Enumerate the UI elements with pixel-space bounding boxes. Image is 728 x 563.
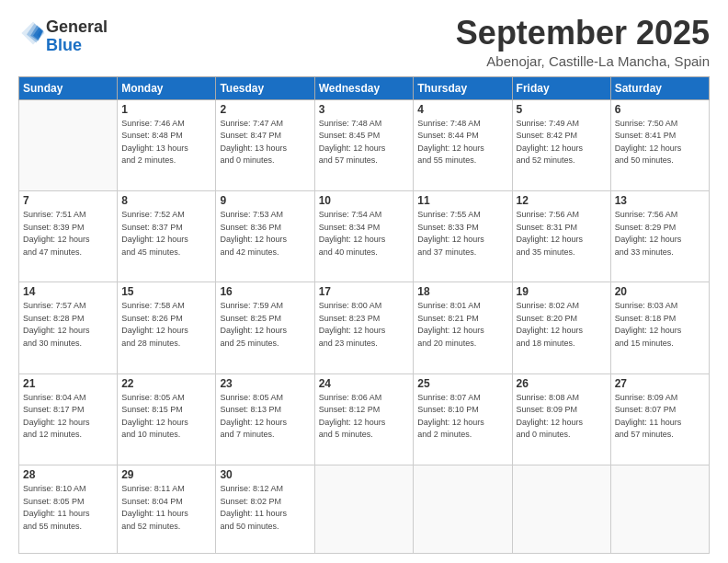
day-number: 15	[121, 285, 211, 298]
weekday-header-tuesday: Tuesday	[216, 76, 314, 99]
calendar-cell: 17Sunrise: 8:00 AM Sunset: 8:23 PM Dayli…	[314, 282, 414, 373]
logo-general: General	[46, 17, 108, 36]
day-number: 24	[319, 377, 410, 390]
day-number: 6	[615, 103, 705, 116]
calendar-cell: 29Sunrise: 8:11 AM Sunset: 8:04 PM Dayli…	[118, 465, 216, 554]
day-number: 26	[517, 377, 607, 390]
week-row-1: 1Sunrise: 7:46 AM Sunset: 8:48 PM Daylig…	[19, 99, 710, 190]
calendar-cell: 19Sunrise: 8:02 AM Sunset: 8:20 PM Dayli…	[512, 282, 610, 373]
calendar-cell: 8Sunrise: 7:52 AM Sunset: 8:37 PM Daylig…	[118, 191, 216, 282]
calendar-cell: 23Sunrise: 8:05 AM Sunset: 8:13 PM Dayli…	[216, 373, 314, 465]
weekday-header-saturday: Saturday	[610, 76, 709, 99]
calendar-cell: 5Sunrise: 7:49 AM Sunset: 8:42 PM Daylig…	[512, 99, 610, 190]
calendar-cell: 25Sunrise: 8:07 AM Sunset: 8:10 PM Dayli…	[414, 373, 512, 465]
calendar-cell	[414, 465, 512, 554]
calendar-cell: 7Sunrise: 7:51 AM Sunset: 8:39 PM Daylig…	[19, 191, 118, 282]
day-info: Sunrise: 7:53 AM Sunset: 8:36 PM Dayligh…	[220, 209, 310, 259]
calendar-cell: 12Sunrise: 7:56 AM Sunset: 8:31 PM Dayli…	[512, 191, 610, 282]
day-number: 17	[319, 285, 410, 298]
day-info: Sunrise: 8:11 AM Sunset: 8:04 PM Dayligh…	[121, 483, 211, 533]
logo-blue: Blue	[46, 36, 82, 54]
day-number: 9	[220, 194, 310, 207]
day-info: Sunrise: 7:54 AM Sunset: 8:34 PM Dayligh…	[319, 209, 410, 259]
weekday-header-sunday: Sunday	[19, 76, 118, 99]
day-info: Sunrise: 7:46 AM Sunset: 8:48 PM Dayligh…	[121, 118, 211, 167]
calendar-cell: 26Sunrise: 8:08 AM Sunset: 8:09 PM Dayli…	[512, 373, 610, 465]
calendar-cell: 22Sunrise: 8:05 AM Sunset: 8:15 PM Dayli…	[118, 373, 216, 465]
day-number: 19	[517, 285, 607, 298]
day-info: Sunrise: 7:57 AM Sunset: 8:28 PM Dayligh…	[23, 300, 113, 350]
day-number: 5	[517, 103, 607, 116]
week-row-3: 14Sunrise: 7:57 AM Sunset: 8:28 PM Dayli…	[19, 282, 710, 373]
day-number: 16	[220, 285, 310, 298]
day-info: Sunrise: 8:12 AM Sunset: 8:02 PM Dayligh…	[220, 483, 310, 533]
week-row-5: 28Sunrise: 8:10 AM Sunset: 8:05 PM Dayli…	[19, 465, 710, 554]
weekday-header-friday: Friday	[512, 76, 610, 99]
day-number: 27	[615, 377, 705, 390]
day-info: Sunrise: 8:04 AM Sunset: 8:17 PM Dayligh…	[23, 392, 113, 442]
day-info: Sunrise: 8:06 AM Sunset: 8:12 PM Dayligh…	[319, 392, 410, 442]
calendar-cell: 9Sunrise: 7:53 AM Sunset: 8:36 PM Daylig…	[216, 191, 314, 282]
day-info: Sunrise: 8:10 AM Sunset: 8:05 PM Dayligh…	[23, 483, 113, 533]
day-number: 21	[23, 377, 113, 390]
day-number: 10	[319, 194, 410, 207]
calendar-cell: 14Sunrise: 7:57 AM Sunset: 8:28 PM Dayli…	[19, 282, 118, 373]
calendar-cell	[19, 99, 118, 190]
day-info: Sunrise: 7:47 AM Sunset: 8:47 PM Dayligh…	[220, 118, 310, 167]
calendar-cell	[314, 465, 414, 554]
day-info: Sunrise: 8:01 AM Sunset: 8:21 PM Dayligh…	[417, 300, 507, 350]
month-title: September 2025	[456, 15, 710, 52]
day-number: 22	[121, 377, 211, 390]
calendar-cell	[610, 465, 709, 554]
calendar-cell: 11Sunrise: 7:55 AM Sunset: 8:33 PM Dayli…	[414, 191, 512, 282]
day-info: Sunrise: 7:59 AM Sunset: 8:25 PM Dayligh…	[220, 300, 310, 350]
weekday-header-wednesday: Wednesday	[314, 76, 414, 99]
calendar-cell: 18Sunrise: 8:01 AM Sunset: 8:21 PM Dayli…	[414, 282, 512, 373]
day-number: 28	[23, 468, 113, 481]
calendar-cell: 6Sunrise: 7:50 AM Sunset: 8:41 PM Daylig…	[610, 99, 709, 190]
day-number: 1	[121, 103, 211, 116]
day-number: 29	[121, 468, 211, 481]
day-number: 2	[220, 103, 310, 116]
day-number: 8	[121, 194, 211, 207]
day-info: Sunrise: 7:48 AM Sunset: 8:45 PM Dayligh…	[319, 118, 410, 167]
day-info: Sunrise: 8:05 AM Sunset: 8:15 PM Dayligh…	[121, 392, 211, 442]
calendar-cell: 15Sunrise: 7:58 AM Sunset: 8:26 PM Dayli…	[118, 282, 216, 373]
day-info: Sunrise: 7:51 AM Sunset: 8:39 PM Dayligh…	[23, 209, 113, 259]
calendar-cell: 4Sunrise: 7:48 AM Sunset: 8:44 PM Daylig…	[414, 99, 512, 190]
day-info: Sunrise: 7:58 AM Sunset: 8:26 PM Dayligh…	[121, 300, 211, 350]
page: General Blue September 2025 Abenojar, Ca…	[0, 0, 728, 563]
day-number: 4	[417, 103, 507, 116]
calendar-cell: 2Sunrise: 7:47 AM Sunset: 8:47 PM Daylig…	[216, 99, 314, 190]
day-number: 11	[417, 194, 507, 207]
calendar-cell: 13Sunrise: 7:56 AM Sunset: 8:29 PM Dayli…	[610, 191, 709, 282]
logo-text: General Blue	[46, 18, 108, 55]
day-number: 13	[615, 194, 705, 207]
calendar-table: SundayMondayTuesdayWednesdayThursdayFrid…	[18, 76, 710, 554]
day-info: Sunrise: 8:05 AM Sunset: 8:13 PM Dayligh…	[220, 392, 310, 442]
logo-icon	[20, 20, 46, 46]
calendar-cell: 1Sunrise: 7:46 AM Sunset: 8:48 PM Daylig…	[118, 99, 216, 190]
week-row-2: 7Sunrise: 7:51 AM Sunset: 8:39 PM Daylig…	[19, 191, 710, 282]
day-number: 14	[23, 285, 113, 298]
title-block: September 2025 Abenojar, Castille-La Man…	[456, 15, 710, 69]
calendar-cell: 16Sunrise: 7:59 AM Sunset: 8:25 PM Dayli…	[216, 282, 314, 373]
header: General Blue September 2025 Abenojar, Ca…	[18, 15, 710, 69]
day-info: Sunrise: 7:56 AM Sunset: 8:29 PM Dayligh…	[615, 209, 705, 259]
day-number: 20	[615, 285, 705, 298]
day-number: 7	[23, 194, 113, 207]
location-title: Abenojar, Castille-La Mancha, Spain	[456, 53, 710, 69]
day-info: Sunrise: 7:49 AM Sunset: 8:42 PM Dayligh…	[517, 118, 607, 167]
weekday-header-monday: Monday	[118, 76, 216, 99]
day-info: Sunrise: 7:56 AM Sunset: 8:31 PM Dayligh…	[517, 209, 607, 259]
calendar-cell	[512, 465, 610, 554]
day-number: 18	[417, 285, 507, 298]
calendar-cell: 20Sunrise: 8:03 AM Sunset: 8:18 PM Dayli…	[610, 282, 709, 373]
day-info: Sunrise: 8:08 AM Sunset: 8:09 PM Dayligh…	[517, 392, 607, 442]
week-row-4: 21Sunrise: 8:04 AM Sunset: 8:17 PM Dayli…	[19, 373, 710, 465]
day-info: Sunrise: 8:07 AM Sunset: 8:10 PM Dayligh…	[417, 392, 507, 442]
day-number: 30	[220, 468, 310, 481]
weekday-header-thursday: Thursday	[414, 76, 512, 99]
calendar-cell: 24Sunrise: 8:06 AM Sunset: 8:12 PM Dayli…	[314, 373, 414, 465]
day-number: 12	[517, 194, 607, 207]
